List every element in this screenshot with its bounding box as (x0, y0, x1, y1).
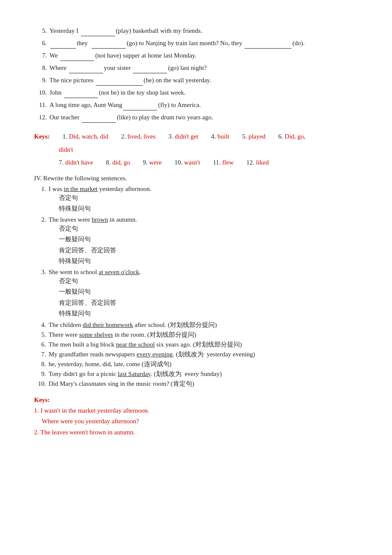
blank-10-1[interactable] (64, 87, 98, 98)
key-6-extra: didn't (59, 144, 73, 156)
key-4: 4. built (211, 130, 230, 143)
sub-items-1: 否定句 特殊疑问句 (59, 193, 362, 214)
rewrite-header-3: 3. She went to school at seven o'clock. (34, 269, 362, 276)
rewrite-item-7: 7. My grandfather reads newspapers every… (34, 350, 362, 358)
key-2: 2. lived, lives (121, 130, 156, 143)
fill-item-5: 5. Yesterday I (play) basketball with my… (34, 26, 362, 36)
rewrite-num-2: 2. (34, 216, 46, 223)
key-9: 9. were (143, 156, 161, 169)
rewrite-item-4: 4. The children did their homework after… (34, 321, 362, 329)
key-7: 7. didn't have (59, 156, 93, 169)
fill-item-8: 8. Where your sister (go) last night? (34, 63, 362, 73)
rewrite-num-1: 1. (34, 185, 46, 193)
blank-5-1[interactable] (81, 26, 115, 36)
keys-section-2: Keys: 1. I wasn't in the market yesterda… (34, 396, 362, 438)
keys-row-2: 7. didn't have 8. did, go 9. were 10. wa… (59, 156, 362, 169)
rewrite-header-8: 8. he, yesterday, home, did, late, come … (34, 360, 362, 368)
rewrite-header-9: 9. Tony didn't go for a picnic last Satu… (34, 370, 362, 378)
rewrite-num-5: 5. (34, 331, 46, 338)
keys-row-1: Keys: 1. Did, watch, did 2. lived, lives… (34, 130, 362, 143)
item-num-11: 11. (34, 100, 47, 110)
blank-6-3[interactable] (245, 38, 291, 49)
underline-1: in the market (64, 185, 98, 192)
item-num-5: 5. (34, 26, 47, 36)
sub-2-4: 特殊疑问句 (59, 256, 362, 267)
keys-rewrite-1-sub: Where were you yesterday afternoon? (42, 416, 362, 427)
fill-item-6: 6. they (go) to Nanjing by train last mo… (34, 38, 362, 49)
blank-11-1[interactable] (123, 100, 157, 110)
fill-item-10: 10. John (not be) in the toy shop last w… (34, 87, 362, 98)
rewrite-item-6: 6. The men built a big block near the sc… (34, 341, 362, 349)
key-1: 1. Did, watch, did (63, 130, 108, 143)
key-10: 10. wasn't (174, 156, 200, 169)
fill-item-7: 7. We (not have) supper at home last Mon… (34, 50, 362, 61)
underline-7: every evening (137, 351, 173, 358)
sub-3-3: 肯定回答、否定回答 (59, 298, 362, 309)
sub-3-2: 一般疑问句 (59, 286, 362, 298)
rewrite-num-3: 3. (34, 269, 46, 276)
rewrite-item-10: 10. Did Mary's classmates sing in the mu… (34, 380, 362, 388)
fill-item-11: 11. A long time ago, Aunt Wang (fly) to … (34, 100, 362, 110)
sub-items-2: 否定句 一般疑问句 肯定回答、否定回答 特殊疑问句 (59, 223, 362, 267)
blank-7-1[interactable] (60, 50, 94, 61)
item-num-6: 6. (34, 38, 47, 48)
rewrite-header-7: 7. My grandfather reads newspapers every… (34, 350, 362, 358)
key-11: 11. flew (213, 156, 234, 169)
rewrite-num-8: 8. (34, 361, 46, 368)
rewrite-item-1: 1. I was in the market yesterday afterno… (34, 185, 362, 214)
blank-12-1[interactable] (82, 112, 116, 123)
underline-2: brown (92, 216, 108, 223)
item-num-10: 10. (34, 87, 47, 98)
sub-2-1: 否定句 (59, 223, 362, 234)
rewrite-num-6: 6. (34, 341, 46, 348)
key-6: 6. Did, go, (278, 130, 306, 143)
rewrite-header-2: 2. The leaves were brown in autumn. (34, 216, 362, 223)
underline-9: last Saturday (118, 370, 150, 377)
blank-9-1[interactable] (96, 75, 143, 86)
rewrite-item-5: 5. There were some shelves in the room. … (34, 331, 362, 339)
keys-row-1b: didn't (59, 144, 362, 156)
key-5: 5. played (242, 130, 265, 143)
rewrite-header-6: 6. The men built a big block near the sc… (34, 341, 362, 349)
rewrite-header-4: 4. The children did their homework after… (34, 321, 362, 329)
rewrite-num-4: 4. (34, 321, 46, 329)
rewrite-num-10: 10. (34, 380, 46, 387)
sub-3-1: 否定句 (59, 276, 362, 287)
keys-label-1: Keys: (34, 130, 50, 143)
key-3: 3. didn't get (168, 130, 199, 143)
keys-rewrite-2: 2. The leaves weren't brown in autumn. (34, 427, 362, 438)
key-12: 12. liked (246, 156, 269, 169)
sub-2-2: 一般疑问句 (59, 234, 362, 245)
blank-6-1[interactable] (50, 38, 76, 49)
blank-8-2[interactable] (133, 63, 167, 73)
sub-1-2: 特殊疑问句 (59, 203, 362, 214)
fill-item-9: 9. The nice pictures (be) on the wall ye… (34, 75, 362, 86)
rewrite-list: 1. I was in the market yesterday afterno… (34, 185, 362, 388)
keys-rewrite-1: 1. I wasn't in the market yesterday afte… (34, 405, 362, 416)
fill-item-12: 12. Our teacher (like) to play the drum … (34, 112, 362, 123)
item-num-9: 9. (34, 75, 47, 85)
underline-3: at seven o'clock (99, 269, 139, 275)
keys-section-1: Keys: 1. Did, watch, did 2. lived, lives… (34, 130, 362, 169)
rewrite-item-8: 8. he, yesterday, home, did, late, come … (34, 360, 362, 368)
item-num-7: 7. (34, 50, 47, 61)
sub-1-1: 否定句 (59, 193, 362, 204)
keys-label-2: Keys: (34, 396, 362, 404)
rewrite-title: IV. Rewrite the following sentences. (34, 175, 362, 182)
blank-6-2[interactable] (92, 38, 126, 49)
fill-list: 5. Yesterday I (play) basketball with my… (34, 26, 362, 123)
underline-4: did their homework (83, 321, 133, 328)
rewrite-header-10: 10. Did Mary's classmates sing in the mu… (34, 380, 362, 388)
blank-8-1[interactable] (69, 63, 103, 73)
item-num-12: 12. (34, 112, 47, 122)
rewrite-item-9: 9. Tony didn't go for a picnic last Satu… (34, 370, 362, 378)
sub-2-3: 肯定回答、否定回答 (59, 245, 362, 256)
underline-5: some shelves (79, 331, 113, 338)
sub-3-4: 特殊疑问句 (59, 308, 362, 319)
fill-section: 5. Yesterday I (play) basketball with my… (34, 26, 362, 123)
key-8: 8. did, go (106, 156, 130, 169)
rewrite-header-1: 1. I was in the market yesterday afterno… (34, 185, 362, 193)
rewrite-num-7: 7. (34, 351, 46, 358)
item-num-8: 8. (34, 63, 47, 73)
rewrite-section: IV. Rewrite the following sentences. 1. … (34, 175, 362, 388)
